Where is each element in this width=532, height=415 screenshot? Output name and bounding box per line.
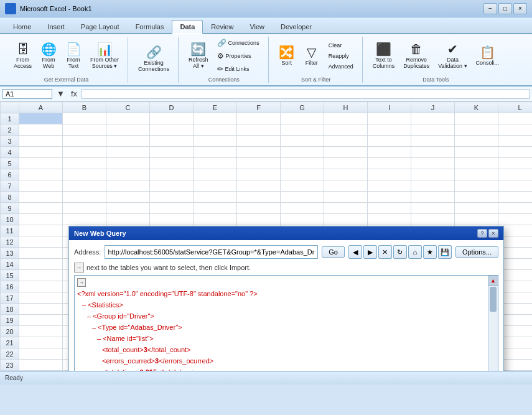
nav-forward-button[interactable]: ▶ <box>363 245 377 259</box>
nav-home-button[interactable]: ⌂ <box>408 245 422 259</box>
go-button[interactable]: Go <box>322 246 345 258</box>
cell-r10-c11[interactable] <box>498 214 533 225</box>
tab-data[interactable]: Data <box>172 20 203 34</box>
cell-r10-c4[interactable] <box>194 214 237 225</box>
xml-content-area[interactable]: → <?xml version="1.0" encoding="UTF-8" s… <box>74 275 498 371</box>
xml-scrollbar[interactable]: ▲ ▼ <box>488 276 498 371</box>
cell-r5-c6[interactable] <box>281 158 324 169</box>
cell-r8-c0[interactable] <box>19 192 63 203</box>
dialog-help-button[interactable]: ? <box>477 229 487 238</box>
cell-r5-c1[interactable] <box>63 158 106 169</box>
options-button[interactable]: Options... <box>455 246 498 258</box>
cell-r3-c10[interactable] <box>455 136 498 147</box>
cell-r1-c8[interactable] <box>368 113 411 124</box>
xml-import-arrow-button[interactable]: → <box>77 278 86 287</box>
cell-r10-c1[interactable] <box>63 214 106 225</box>
cell-r6-c11[interactable] <box>498 169 533 180</box>
nav-save-button[interactable]: 💾 <box>438 245 452 259</box>
cell-r2-c5[interactable] <box>237 124 281 136</box>
cell-r1-c2[interactable] <box>106 113 150 124</box>
from-text-button[interactable]: 📄 FromText <box>62 40 85 72</box>
cell-r10-c6[interactable] <box>281 214 324 225</box>
cell-r2-c3[interactable] <box>150 124 194 136</box>
cell-r6-c3[interactable] <box>150 169 194 180</box>
cell-r4-c1[interactable] <box>63 147 106 158</box>
cell-r10-c7[interactable] <box>324 214 368 225</box>
cell-r3-c9[interactable] <box>411 136 455 147</box>
fx-button[interactable]: fx <box>69 89 79 98</box>
dialog-close-button[interactable]: × <box>488 229 498 238</box>
cell-r2-c1[interactable] <box>63 124 106 136</box>
cell-r7-c8[interactable] <box>368 180 411 192</box>
cell-r9-c8[interactable] <box>368 203 411 214</box>
cell-r3-c2[interactable] <box>106 136 150 147</box>
cell-r19-c0[interactable] <box>19 315 63 326</box>
cell-r3-c8[interactable] <box>368 136 411 147</box>
cell-r2-c2[interactable] <box>106 124 150 136</box>
cell-r7-c5[interactable] <box>237 180 281 192</box>
from-web-button[interactable]: 🌐 FromWeb <box>37 40 60 72</box>
cell-r9-c9[interactable] <box>411 203 455 214</box>
cell-r8-c11[interactable] <box>498 192 533 203</box>
cell-r14-c0[interactable] <box>19 259 63 270</box>
cell-r5-c0[interactable] <box>19 158 63 169</box>
cell-r5-c8[interactable] <box>368 158 411 169</box>
cell-r16-c0[interactable] <box>19 281 63 292</box>
cell-r6-c1[interactable] <box>63 169 106 180</box>
cell-r5-c3[interactable] <box>150 158 194 169</box>
cell-r1-c0[interactable] <box>19 113 63 124</box>
cell-r5-c5[interactable] <box>237 158 281 169</box>
cell-r5-c11[interactable] <box>498 158 533 169</box>
cell-r4-c10[interactable] <box>455 147 498 158</box>
cell-r10-c5[interactable] <box>237 214 281 225</box>
data-validation-button[interactable]: ✔ DataValidation ▾ <box>434 40 470 72</box>
cell-r6-c5[interactable] <box>237 169 281 180</box>
cell-r6-c0[interactable] <box>19 169 63 180</box>
refresh-all-button[interactable]: 🔄 RefreshAll ▾ <box>185 40 212 72</box>
cell-r7-c11[interactable] <box>498 180 533 192</box>
nav-star-button[interactable]: ★ <box>423 245 437 259</box>
consolidate-button[interactable]: 📋 Consoli... <box>472 44 503 68</box>
cell-r8-c3[interactable] <box>150 192 194 203</box>
cell-r7-c7[interactable] <box>324 180 368 192</box>
cell-r9-c1[interactable] <box>63 203 106 214</box>
cell-r1-c10[interactable] <box>455 113 498 124</box>
cell-r3-c5[interactable] <box>237 136 281 147</box>
cell-r1-c5[interactable] <box>237 113 281 124</box>
cell-r10-c9[interactable] <box>411 214 455 225</box>
cell-r9-c4[interactable] <box>194 203 237 214</box>
remove-duplicates-button[interactable]: 🗑 RemoveDuplicates <box>399 40 433 72</box>
cell-r8-c4[interactable] <box>194 192 237 203</box>
cell-r17-c0[interactable] <box>19 292 63 304</box>
clear-button[interactable]: Clear <box>325 40 357 50</box>
cell-r5-c7[interactable] <box>324 158 368 169</box>
cell-r2-c0[interactable] <box>19 124 63 136</box>
nav-stop-button[interactable]: ✕ <box>378 245 392 259</box>
from-access-button[interactable]: 🗄 FromAccess <box>10 40 35 72</box>
cell-r7-c2[interactable] <box>106 180 150 192</box>
cell-r23-c0[interactable] <box>19 360 63 371</box>
properties-button[interactable]: ⚙ Properties <box>213 50 263 62</box>
cell-r1-c7[interactable] <box>324 113 368 124</box>
cell-r4-c7[interactable] <box>324 147 368 158</box>
cell-r8-c8[interactable] <box>368 192 411 203</box>
maximize-button[interactable]: □ <box>498 3 512 14</box>
tab-view[interactable]: View <box>241 20 273 33</box>
cell-r2-c10[interactable] <box>455 124 498 136</box>
cell-r7-c6[interactable] <box>281 180 324 192</box>
cell-r20-c0[interactable] <box>19 326 63 337</box>
cell-r8-c5[interactable] <box>237 192 281 203</box>
cell-r6-c9[interactable] <box>411 169 455 180</box>
connections-button[interactable]: 🔗 Connections <box>213 37 263 49</box>
cell-r9-c5[interactable] <box>237 203 281 214</box>
cell-r3-c11[interactable] <box>498 136 533 147</box>
cell-r6-c7[interactable] <box>324 169 368 180</box>
cell-r13-c0[interactable] <box>19 248 63 259</box>
cell-r9-c11[interactable] <box>498 203 533 214</box>
cell-r4-c0[interactable] <box>19 147 63 158</box>
cell-r8-c7[interactable] <box>324 192 368 203</box>
edit-links-button[interactable]: ✏ Edit Links <box>213 63 263 75</box>
cell-r1-c3[interactable] <box>150 113 194 124</box>
expand-formula-btn[interactable]: ▼ <box>55 89 67 98</box>
formula-input[interactable] <box>82 89 530 99</box>
